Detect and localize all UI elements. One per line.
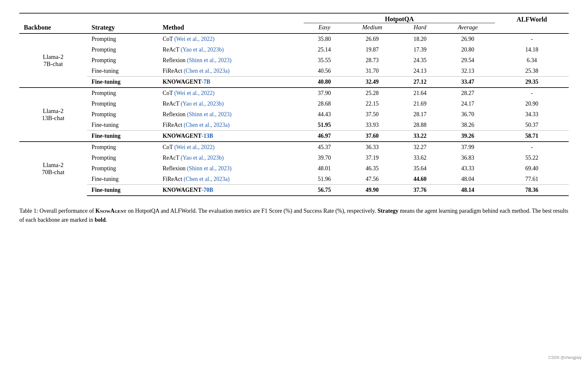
average-cell: 28.27 bbox=[441, 88, 495, 98]
method-cell: Reflexion (Shinn et al., 2023) bbox=[158, 163, 304, 174]
strategy-cell: Prompting bbox=[87, 163, 158, 174]
method-cell: CoT (Wei et al., 2022) bbox=[158, 88, 304, 98]
medium-col-header: Medium bbox=[345, 23, 399, 33]
method-cell: CoT (Wei et al., 2022) bbox=[158, 142, 304, 153]
backbone-cell: Llama-270B-chat bbox=[19, 142, 87, 196]
method-cell: FiReAct (Chen et al., 2023a) bbox=[158, 66, 304, 77]
hard-cell: 21.69 bbox=[399, 98, 441, 109]
medium-cell: 28.73 bbox=[345, 55, 399, 66]
caption-label: Table 1: bbox=[19, 208, 38, 214]
highlight-alfworld-cell: 29.35 bbox=[495, 76, 569, 88]
medium-cell: 31.70 bbox=[345, 66, 399, 77]
method-cell: CoT (Wei et al., 2022) bbox=[158, 33, 304, 44]
highlight-row: Fine-tuningKNOWAGENT-13B46.9737.6033.223… bbox=[19, 130, 569, 142]
highlight-row: Fine-tuningKNOWAGENT-7B40.8032.4927.1233… bbox=[19, 76, 569, 88]
method-cell: Reflexion (Shinn et al., 2023) bbox=[158, 109, 304, 120]
backbone-header-empty bbox=[19, 13, 87, 23]
hard-cell: 24.13 bbox=[399, 66, 441, 77]
easy-cell: 35.55 bbox=[304, 55, 345, 66]
highlight-alfworld-cell: 78.36 bbox=[495, 184, 569, 196]
highlight-hard-cell: 27.12 bbox=[399, 76, 441, 88]
medium-cell: 22.15 bbox=[345, 98, 399, 109]
table-caption: Table 1: Overall performance of KnowAgen… bbox=[19, 206, 569, 225]
strategy-cell: Prompting bbox=[87, 109, 158, 120]
medium-cell: 19.87 bbox=[345, 44, 399, 55]
method-cell: ReAcT (Yao et al., 2023b) bbox=[158, 153, 304, 163]
medium-cell: 25.28 bbox=[345, 88, 399, 98]
alfworld-cell: - bbox=[495, 142, 569, 153]
alfworld-header: ALFWorld bbox=[495, 13, 569, 23]
strategy-cell: Prompting bbox=[87, 88, 158, 98]
table-row: PromptingReflexion (Shinn et al., 2023)4… bbox=[19, 163, 569, 174]
method-col-header: Method bbox=[158, 23, 304, 33]
highlight-medium-cell: 32.49 bbox=[345, 76, 399, 88]
caption-text3: The evaluation metrics are F1 Score (%) … bbox=[197, 208, 378, 214]
highlight-alfworld-cell: 58.71 bbox=[495, 130, 569, 142]
table-row: Fine-tuningFiReAct (Chen et al., 2023a)5… bbox=[19, 174, 569, 185]
strategy-cell: Prompting bbox=[87, 153, 158, 163]
average-cell: 38.26 bbox=[441, 120, 495, 131]
easy-cell: 51.96 bbox=[304, 174, 345, 185]
method-header-empty bbox=[158, 13, 304, 23]
caption-text1: Overall performance of bbox=[40, 208, 95, 214]
table-row: Fine-tuningFiReAct (Chen et al., 2023a)5… bbox=[19, 120, 569, 131]
backbone-cell: Llama-213B-chat bbox=[19, 88, 87, 142]
hard-cell: 24.35 bbox=[399, 55, 441, 66]
highlight-easy-cell: 40.80 bbox=[304, 76, 345, 88]
table-row: Llama-270B-chatPromptingCoT (Wei et al.,… bbox=[19, 142, 569, 153]
medium-cell: 36.33 bbox=[345, 142, 399, 153]
alfworld-cell: 20.90 bbox=[495, 98, 569, 109]
average-cell: 20.80 bbox=[441, 44, 495, 55]
average-cell: 26.90 bbox=[441, 33, 495, 44]
alfworld-cell: 69.40 bbox=[495, 163, 569, 174]
average-cell: 43.33 bbox=[441, 163, 495, 174]
backbone-col-header: Backbone bbox=[19, 23, 87, 33]
easy-cell: 25.14 bbox=[304, 44, 345, 55]
highlight-method-cell: KNOWAGENT-7B bbox=[158, 76, 304, 88]
average-cell: 29.54 bbox=[441, 55, 495, 66]
average-cell: 36.83 bbox=[441, 153, 495, 163]
easy-cell: 51.95 bbox=[304, 120, 345, 131]
strategy-header-empty bbox=[87, 13, 158, 23]
alfworld-cell: 55.22 bbox=[495, 153, 569, 163]
backbone-cell: Llama-27B-chat bbox=[19, 33, 87, 88]
table-row: Llama-213B-chatPromptingCoT (Wei et al.,… bbox=[19, 88, 569, 98]
highlight-strategy-cell: Fine-tuning bbox=[87, 184, 158, 196]
strategy-cell: Fine-tuning bbox=[87, 66, 158, 77]
medium-cell: 33.93 bbox=[345, 120, 399, 131]
easy-cell: 45.37 bbox=[304, 142, 345, 153]
average-cell: 32.13 bbox=[441, 66, 495, 77]
average-cell: 37.99 bbox=[441, 142, 495, 153]
method-cell: Reflexion (Shinn et al., 2023) bbox=[158, 55, 304, 66]
strategy-cell: Fine-tuning bbox=[87, 120, 158, 131]
hard-cell: 17.39 bbox=[399, 44, 441, 55]
table-row: PromptingReAcT (Yao et al., 2023b)39.703… bbox=[19, 153, 569, 163]
highlight-strategy-cell: Fine-tuning bbox=[87, 76, 158, 88]
highlight-easy-cell: 56.75 bbox=[304, 184, 345, 196]
highlight-hard-cell: 37.76 bbox=[399, 184, 441, 196]
easy-cell: 35.80 bbox=[304, 33, 345, 44]
alfworld-col-header-empty bbox=[495, 23, 569, 33]
easy-cell: 39.70 bbox=[304, 153, 345, 163]
highlight-method-cell: KNOWAGENT-70B bbox=[158, 184, 304, 196]
highlight-row: Fine-tuningKNOWAGENT-70B56.7549.9037.764… bbox=[19, 184, 569, 196]
table-row: PromptingReflexion (Shinn et al., 2023)4… bbox=[19, 109, 569, 120]
hard-cell: 35.64 bbox=[399, 163, 441, 174]
highlight-medium-cell: 37.60 bbox=[345, 130, 399, 142]
easy-cell: 44.43 bbox=[304, 109, 345, 120]
medium-cell: 26.69 bbox=[345, 33, 399, 44]
method-cell: ReAcT (Yao et al., 2023b) bbox=[158, 44, 304, 55]
hard-cell: 28.17 bbox=[399, 109, 441, 120]
highlight-average-cell: 33.47 bbox=[441, 76, 495, 88]
method-cell: FiReAct (Chen et al., 2023a) bbox=[158, 174, 304, 185]
highlight-hard-cell: 33.22 bbox=[399, 130, 441, 142]
caption-knowagent: KnowAgent bbox=[95, 208, 126, 214]
highlight-average-cell: 48.14 bbox=[441, 184, 495, 196]
caption-bold-end: bold bbox=[95, 217, 106, 223]
strategy-cell: Prompting bbox=[87, 98, 158, 109]
easy-cell: 40.56 bbox=[304, 66, 345, 77]
hard-cell: 28.88 bbox=[399, 120, 441, 131]
medium-cell: 37.50 bbox=[345, 109, 399, 120]
alfworld-cell: 25.38 bbox=[495, 66, 569, 77]
average-cell: 48.04 bbox=[441, 174, 495, 185]
